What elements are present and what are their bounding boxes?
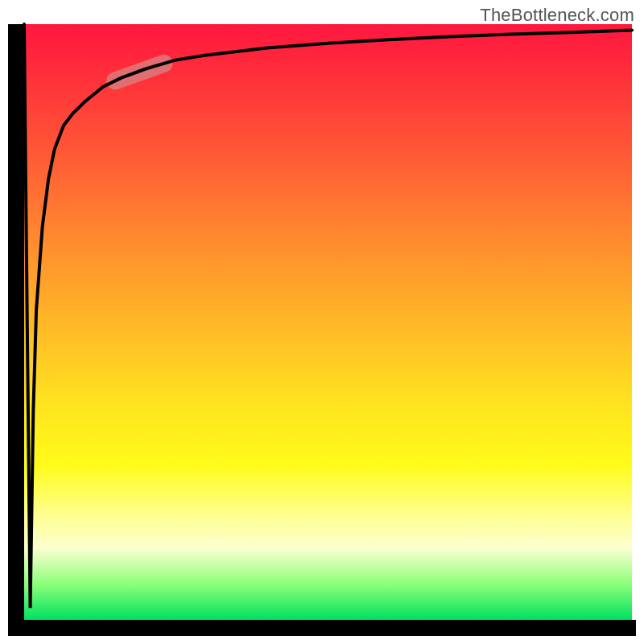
watermark-text: TheBottleneck.com — [480, 5, 634, 26]
axis-origin — [8, 620, 24, 636]
curve-layer — [24, 24, 632, 620]
bottleneck-curve — [24, 24, 632, 608]
y-axis — [8, 24, 24, 620]
x-axis — [8, 620, 636, 636]
chart-frame — [0, 0, 644, 644]
